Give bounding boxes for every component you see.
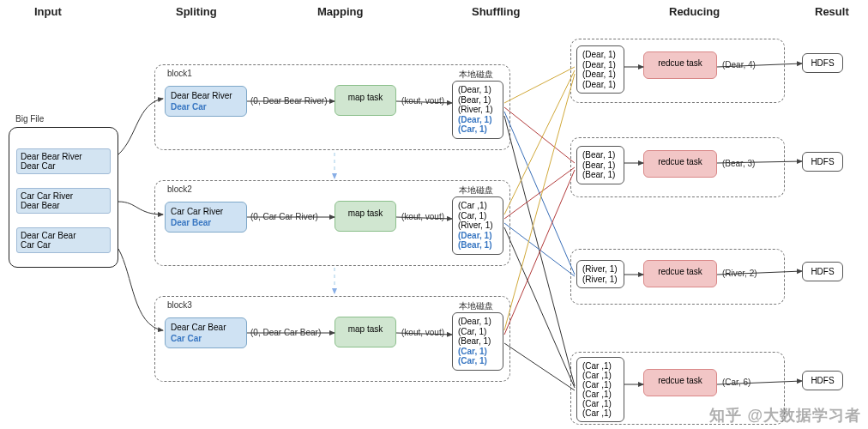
block2-disk: (Car ,1) (Car, 1) (River, 1) (Dear, 1) (… bbox=[452, 196, 503, 255]
big-file-label: Big File bbox=[15, 114, 44, 124]
stage-result: Result bbox=[815, 5, 849, 18]
svg-line-16 bbox=[504, 74, 575, 330]
block1-disk-label: 本地磁盘 bbox=[459, 69, 493, 81]
block2-disk-label: 本地磁盘 bbox=[459, 184, 493, 196]
block2-split: Car Car River Dear Bear bbox=[165, 202, 247, 233]
reduce2-out: (River, 2) bbox=[722, 269, 757, 278]
reduce2-task: redcue task bbox=[643, 260, 717, 287]
reduce3-in: (Car ,1)(Car ,1)(Car ,1)(Car ,1)(Car ,1)… bbox=[576, 357, 624, 422]
block1-disk: (Dear, 1) (Bear, 1) (River, 1) (Dear, 1)… bbox=[452, 81, 503, 139]
block3-disk-label: 本地磁盘 bbox=[459, 300, 493, 312]
stage-reducing: Reducing bbox=[669, 5, 720, 18]
block3-label: block3 bbox=[167, 300, 192, 310]
reduce0-out: (Dear, 4) bbox=[722, 60, 756, 69]
stage-shuffling: Shuffling bbox=[472, 5, 520, 18]
block3-kout: (kout, vout) bbox=[401, 328, 444, 337]
block1-split: Dear Bear River Dear Car bbox=[165, 86, 247, 117]
reduce3-out: (Car, 6) bbox=[722, 378, 750, 387]
big-file-box: Dear Bear River Dear Car Car Car River D… bbox=[9, 127, 118, 268]
watermark: 知乎 @大数据学习者 bbox=[709, 405, 861, 426]
block2-map-in: (0, Car Car River) bbox=[250, 212, 318, 221]
input-split-2: Dear Car Bear Car Car bbox=[16, 227, 111, 253]
block2-kout: (kout, vout) bbox=[401, 212, 444, 221]
svg-line-9 bbox=[504, 107, 575, 163]
svg-line-18 bbox=[504, 343, 575, 390]
block3-split: Dear Car Bear Car Car bbox=[165, 317, 247, 348]
reduce0-hdfs: HDFS bbox=[802, 53, 843, 73]
block2-maptask: map task bbox=[335, 201, 396, 232]
svg-line-17 bbox=[504, 170, 575, 335]
reduce1-hdfs: HDFS bbox=[802, 152, 843, 172]
svg-line-13 bbox=[504, 167, 575, 219]
reduce1-out: (Bear, 3) bbox=[722, 159, 755, 168]
reduce1-in: (Bear, 1)(Bear, 1)(Bear, 1) bbox=[576, 146, 624, 184]
block1-label: block1 bbox=[167, 69, 192, 78]
stage-splitting: Spliting bbox=[176, 5, 217, 18]
reduce1-task: redcue task bbox=[643, 150, 717, 178]
stage-mapping: Mapping bbox=[317, 5, 363, 18]
reduce3-hdfs: HDFS bbox=[802, 371, 843, 390]
svg-line-14 bbox=[504, 223, 575, 276]
svg-line-11 bbox=[504, 116, 575, 386]
svg-line-12 bbox=[504, 70, 575, 214]
reduce0-task: redcue task bbox=[643, 51, 717, 79]
block2-label: block2 bbox=[167, 184, 192, 194]
stage-input: Input bbox=[34, 5, 62, 18]
block3-map-in: (0, Dear Car Bear) bbox=[250, 328, 321, 337]
input-split-0: Dear Bear River Dear Car bbox=[16, 148, 111, 174]
block1-kout: (kout, vout) bbox=[401, 96, 444, 106]
input-split-1: Car Car River Dear Bear bbox=[16, 188, 111, 214]
svg-line-8 bbox=[504, 67, 575, 103]
reduce2-hdfs: HDFS bbox=[802, 262, 843, 281]
reduce3-task: redcue task bbox=[643, 369, 717, 396]
svg-line-10 bbox=[504, 112, 575, 275]
svg-line-15 bbox=[504, 227, 575, 388]
block3-maptask: map task bbox=[335, 317, 396, 347]
reduce0-in: (Dear, 1)(Dear, 1)(Dear, 1)(Dear, 1) bbox=[576, 45, 624, 94]
block1-maptask: map task bbox=[335, 85, 396, 116]
block3-disk: (Dear, 1) (Car, 1) (Bear, 1) (Car, 1) (C… bbox=[452, 312, 503, 371]
block1-map-in: (0, Dear Bear River) bbox=[250, 96, 327, 106]
reduce2-in: (River, 1)(River, 1) bbox=[576, 260, 624, 288]
